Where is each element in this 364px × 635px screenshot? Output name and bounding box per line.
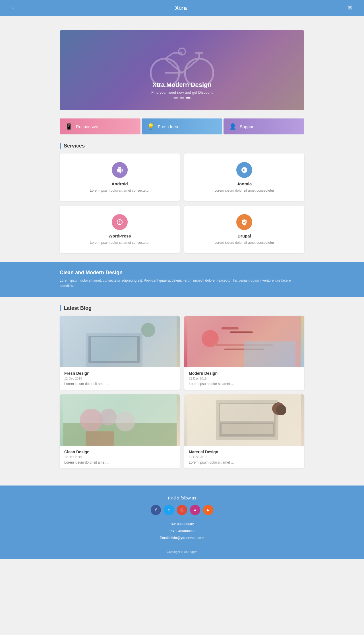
service-drupal: Drupal Lorem ipsum dolor sit amet consec… <box>184 206 304 253</box>
feature-fresh-idea-label: Fresh Idea <box>158 124 178 129</box>
blog-material-excerpt: Lorem ipsum dolor sit amet ... <box>189 460 300 464</box>
email-icon[interactable]: ✉ <box>348 5 353 11</box>
android-name: Android <box>65 181 174 186</box>
hero-subtitle: Find your need now and get Discount <box>151 90 212 95</box>
footer: Find & follow us f t G ● ▸ Tel: 90000060… <box>0 486 364 559</box>
fax-value: 0400000098 <box>177 529 196 533</box>
blog-fresh-title: Fresh Design <box>64 371 175 376</box>
email-value: info@youremail.com <box>171 536 204 540</box>
wordpress-icon <box>112 214 128 230</box>
blog-item-3[interactable]: Material Design 12 Dec 2019 Lorem ipsum … <box>184 394 304 468</box>
tel-value: 900000602 <box>177 522 194 526</box>
responsive-icon: 📱 <box>65 123 73 130</box>
promo-banner: Clean and Modern Design Lorem ipsum dolo… <box>0 262 364 297</box>
blog-material-date: 12 Dec 2019 <box>189 455 300 459</box>
hero-dot-2[interactable] <box>180 97 184 99</box>
hero-dot-1[interactable] <box>173 97 178 99</box>
social-instagram[interactable]: ● <box>190 505 200 515</box>
tel-label: Tel: <box>170 522 176 526</box>
social-row: f t G ● ▸ <box>6 505 358 515</box>
feature-support[interactable]: 👤 Support <box>224 118 304 134</box>
svg-point-27 <box>115 411 135 431</box>
service-wordpress: WordPress Lorem ipsum dolor sit amet con… <box>60 206 180 253</box>
svg-rect-13 <box>91 337 137 361</box>
blog-clean-title: Clean Design <box>64 450 175 454</box>
blog-img-modern <box>184 316 304 367</box>
services-grid: Android Lorem ipsum dolor sit amet conse… <box>60 153 304 253</box>
blog-grid: Fresh Design 12 Dec 2019 Lorem ipsum dol… <box>60 316 304 468</box>
svg-rect-33 <box>222 424 273 434</box>
joomla-name: Joomla <box>190 181 299 186</box>
blog-img-clean <box>60 394 180 446</box>
feature-responsive[interactable]: 📱 Responsive <box>60 118 140 134</box>
blog-img-fresh <box>60 316 180 367</box>
joomla-icon <box>236 162 252 178</box>
blog-img-material <box>184 394 304 446</box>
service-android: Android Lorem ipsum dolor sit amet conse… <box>60 153 180 201</box>
features-row: 📱 Responsive 💡 Fresh Idea 👤 Support <box>60 118 304 134</box>
android-desc: Lorem ipsum dolor sit amet consectetur <box>65 189 174 192</box>
feature-responsive-label: Responsive <box>76 124 98 129</box>
svg-rect-28 <box>86 431 114 446</box>
fax-label: Fax: <box>169 529 176 533</box>
footer-contact: Tel: 900000602 Fax: 0400000098 Email: in… <box>6 521 358 541</box>
social-twitter[interactable]: t <box>164 505 174 515</box>
blog-item-0[interactable]: Fresh Design 12 Dec 2019 Lorem ipsum dol… <box>60 316 180 390</box>
svg-rect-18 <box>230 331 253 333</box>
support-icon: 👤 <box>229 123 236 130</box>
hero-dots <box>151 97 212 99</box>
drupal-name: Drupal <box>190 233 299 238</box>
wordpress-name: WordPress <box>65 233 174 238</box>
svg-rect-22 <box>244 341 295 367</box>
drupal-icon <box>236 214 252 230</box>
hero-dot-3[interactable] <box>186 97 191 99</box>
blog-modern-title: Modern Design <box>189 371 300 376</box>
svg-line-5 <box>165 53 173 59</box>
svg-point-36 <box>276 405 286 415</box>
blog-clean-date: 12 Dec 2019 <box>64 455 175 459</box>
blog-section: Latest Blog Fresh Design <box>60 305 304 468</box>
svg-rect-34 <box>220 404 274 421</box>
header: ≡ Xtra ✉ <box>0 0 364 16</box>
svg-point-7 <box>179 48 185 55</box>
hero-banner: Xtra Modern Design Find your need now an… <box>60 30 304 110</box>
social-rss[interactable]: ▸ <box>203 505 213 515</box>
hero-title: Xtra Modern Design <box>151 81 212 89</box>
footer-copyright: Copyright © All Rights <box>6 546 358 554</box>
blog-modern-date: 12 Dec 2019 <box>189 377 300 380</box>
drupal-desc: Lorem ipsum dolor sit amet consectetur <box>190 241 299 245</box>
blog-fresh-date: 12 Dec 2019 <box>64 377 175 380</box>
social-facebook[interactable]: f <box>151 505 161 515</box>
blog-material-title: Material Design <box>189 450 300 454</box>
services-title: Services <box>60 143 304 149</box>
feature-support-label: Support <box>240 124 255 129</box>
svg-point-26 <box>100 409 117 426</box>
blog-clean-excerpt: Lorem ipsum dolor sit amet ... <box>64 460 175 464</box>
promo-title: Clean and Modern Design <box>60 270 304 276</box>
wordpress-desc: Lorem ipsum dolor sit amet consectetur <box>65 241 174 245</box>
fresh-idea-icon: 💡 <box>147 123 154 130</box>
svg-rect-17 <box>222 327 239 329</box>
feature-fresh-idea[interactable]: 💡 Fresh Idea <box>142 118 222 134</box>
blog-fresh-excerpt: Lorem ipsum dolor sit amet ... <box>64 382 175 386</box>
svg-point-25 <box>80 409 103 431</box>
joomla-desc: Lorem ipsum dolor sit amet consectetur <box>190 189 299 192</box>
email-label: Email: <box>160 536 170 540</box>
svg-point-14 <box>141 323 155 337</box>
blog-item-2[interactable]: Clean Design 12 Dec 2019 Lorem ipsum dol… <box>60 394 180 468</box>
site-title: Xtra <box>175 5 187 11</box>
hamburger-icon[interactable]: ≡ <box>11 5 15 11</box>
android-icon <box>112 162 128 178</box>
footer-follow-label: Find & follow us <box>6 496 358 500</box>
blog-item-1[interactable]: Modern Design 12 Dec 2019 Lorem ipsum do… <box>184 316 304 390</box>
blog-modern-excerpt: Lorem ipsum dolor sit amet ... <box>189 382 300 386</box>
blog-title: Latest Blog <box>60 305 304 311</box>
services-section: Services Android Lorem ipsum dolor sit a… <box>60 143 304 253</box>
hero-content: Xtra Modern Design Find your need now an… <box>151 81 212 99</box>
service-joomla: Joomla Lorem ipsum dolor sit amet consec… <box>184 153 304 201</box>
social-google[interactable]: G <box>177 505 187 515</box>
promo-text: Lorem ipsum dolor sit amet, consectetur … <box>60 278 304 289</box>
